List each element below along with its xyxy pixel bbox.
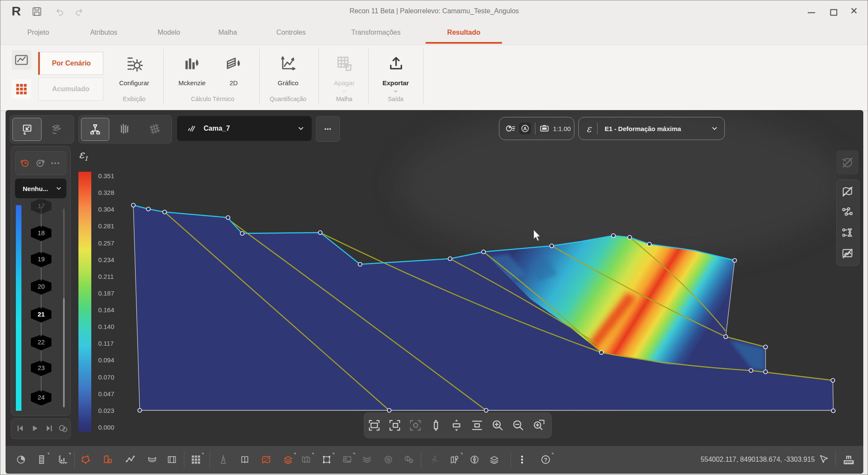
help-icon[interactable] [538, 452, 553, 467]
redo-icon[interactable] [74, 7, 84, 17]
maximize-button[interactable] [829, 7, 839, 18]
fit-view-icon[interactable] [366, 417, 383, 434]
display-ratio-icon[interactable] [539, 123, 550, 134]
horizon-slab-icon[interactable] [145, 452, 159, 467]
result-attribute-group[interactable]: ε E1 - Deformação máxima [578, 117, 725, 140]
layered-waves-icon[interactable] [360, 452, 374, 467]
curves-view-button[interactable] [111, 118, 138, 140]
crop-selection-icon[interactable] [319, 452, 334, 467]
menu-dots-icon[interactable] [515, 452, 529, 467]
tab-modelo[interactable]: Modelo [158, 29, 180, 36]
tower-icon[interactable] [216, 452, 231, 467]
history-more-icon[interactable] [50, 158, 60, 168]
stacked-sheets-icon[interactable] [281, 452, 295, 467]
configure-gear-icon[interactable] [126, 55, 143, 72]
polygon-nodes-icon[interactable] [78, 452, 93, 467]
exportar-icon[interactable] [388, 55, 404, 72]
timeline-step-17[interactable]: 17 [30, 197, 52, 215]
nodes-history-button[interactable] [837, 223, 858, 242]
tab-transformacoes[interactable]: Transformações [351, 29, 401, 36]
skip-end-icon[interactable] [44, 423, 54, 433]
layer-dropdown-value: Cama_7 [204, 125, 230, 132]
tab-malha[interactable]: Malha [218, 29, 237, 36]
tab-resultado[interactable]: Resultado [447, 29, 480, 36]
zoom-in-icon[interactable] [489, 417, 506, 434]
colorbar-title: ε1 [79, 149, 88, 162]
globes-icon[interactable] [402, 452, 416, 467]
mckenzie-icon[interactable] [184, 56, 199, 72]
polygon-cut-icon[interactable] [101, 452, 115, 467]
acumulado-button[interactable]: Acumulado [38, 78, 103, 101]
tab-controles[interactable]: Controles [276, 29, 306, 36]
zoom-out-icon[interactable] [510, 417, 527, 434]
rotate-g-icon[interactable] [381, 452, 396, 467]
clock-pie-icon[interactable] [14, 452, 28, 467]
compass-icon[interactable] [467, 452, 482, 467]
cursor-location-icon[interactable] [818, 454, 829, 465]
fit-selection-icon[interactable] [386, 417, 403, 434]
view-mode-chart-icon[interactable] [12, 50, 31, 70]
undo-icon[interactable] [54, 7, 65, 17]
auto-scale-icon[interactable] [519, 122, 531, 134]
por-cenario-button[interactable]: Por Cenário [38, 52, 103, 75]
map-pin-icon[interactable] [448, 452, 462, 467]
tree-view-button[interactable] [81, 118, 109, 141]
history-forward-icon[interactable] [35, 157, 46, 168]
window-title: Recon 11 Beta | Paleorrelevo: Camamu_Tes… [349, 7, 519, 15]
image-wave-icon[interactable] [340, 452, 354, 467]
runner-icon[interactable] [427, 452, 442, 467]
select-layers-button[interactable] [42, 118, 71, 140]
layer-more-options-button[interactable]: ••• [316, 116, 340, 142]
zoom-region-icon[interactable] [530, 417, 547, 434]
grid-table-icon[interactable] [189, 452, 203, 467]
timeline-step-22[interactable]: 22 [30, 333, 52, 352]
units-meter-icon[interactable] [842, 453, 855, 466]
map-visibility-button[interactable] [837, 182, 858, 201]
filmstrip-section-icon[interactable] [165, 452, 179, 467]
pie-report-icon[interactable] [505, 123, 516, 134]
timeline-scrollbar-thumb[interactable] [63, 298, 65, 407]
exportar-button[interactable]: Exportar [382, 79, 409, 87]
skip-start-icon[interactable] [15, 423, 25, 433]
mesh-view-button[interactable] [141, 118, 168, 140]
history-back-icon[interactable] [19, 157, 30, 168]
save-icon[interactable] [31, 6, 42, 17]
apagar-button[interactable]: Apagar [334, 79, 354, 87]
tab-projeto[interactable]: Projeto [27, 29, 49, 36]
tab-atributos[interactable]: Atributos [90, 29, 117, 36]
layers-stack-icon[interactable] [487, 452, 502, 467]
timeline-step-20[interactable]: 20 [30, 277, 52, 296]
filter-dropdown[interactable]: Nenhu... [15, 179, 66, 198]
image-visibility-button[interactable] [837, 244, 858, 263]
compress-vertical-icon[interactable] [469, 417, 486, 434]
layer-dropdown[interactable]: Cama_7 [177, 116, 312, 141]
thermal-2d-icon[interactable] [226, 56, 241, 72]
timeline-step-18[interactable]: 18 [30, 224, 52, 242]
book-pages-icon[interactable] [237, 452, 252, 467]
stretch-horizontal-icon[interactable] [448, 417, 465, 434]
nodes-link-button[interactable] [837, 203, 858, 221]
mckenzie-button[interactable]: Mckenzie [178, 79, 205, 87]
grafico-button[interactable]: Gráfico [278, 79, 298, 87]
timeline-step-24[interactable]: 24 [30, 388, 52, 407]
configure-button[interactable]: Configurar [119, 79, 149, 87]
fit-object-icon[interactable] [407, 417, 424, 434]
play-icon[interactable] [30, 423, 40, 433]
stretch-vertical-icon[interactable] [427, 417, 445, 434]
minimize-button[interactable] [806, 7, 817, 18]
view-mode-grid-icon[interactable] [12, 79, 31, 99]
well-log-icon[interactable] [34, 452, 49, 467]
exportar-dropdown-chevron[interactable] [393, 88, 399, 94]
folded-map-icon[interactable] [299, 452, 313, 467]
select-rect-button[interactable] [12, 118, 42, 141]
timeline-step-19[interactable]: 19 [30, 250, 52, 269]
timeline-step-21-active[interactable]: 21 [30, 305, 52, 324]
thermal-2d-button[interactable]: 2D [229, 79, 237, 87]
map-dots-icon[interactable] [259, 452, 273, 467]
axes-chart-icon[interactable] [56, 452, 70, 467]
close-button[interactable]: ✕ [850, 6, 858, 17]
polyline-icon[interactable] [123, 452, 138, 467]
grafico-icon[interactable] [280, 55, 296, 72]
rotate-disabled-button[interactable] [836, 150, 859, 174]
record-icon[interactable] [58, 423, 68, 433]
